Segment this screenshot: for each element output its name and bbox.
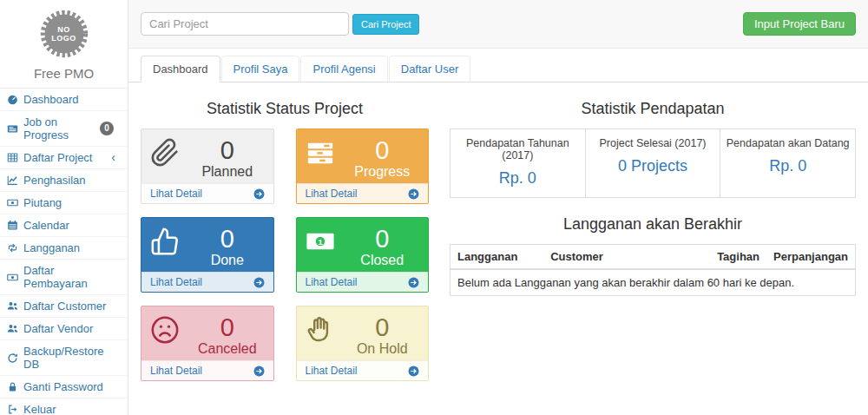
closed-detail-link[interactable]: Lihat Detail [306, 276, 358, 288]
column-perpanjangan: Perpanjangan [766, 245, 855, 270]
sidebar-item-penghasilan[interactable]: Penghasilan [0, 169, 128, 191]
no-logo-badge: NO LOGO [38, 8, 90, 60]
hand-paper-icon [306, 314, 345, 355]
chart-line-icon [7, 175, 18, 186]
sidebar-item-ganti-password[interactable]: Ganti Password [0, 376, 128, 398]
sidebar-item-label: Penghasilan [23, 174, 86, 187]
done-detail-link[interactable]: Lihat Detail [150, 276, 202, 288]
subscription-empty-message: Belum ada Langganan yang akan berakhir d… [450, 269, 856, 296]
sidebar-item-daftar-customer[interactable]: Daftar Customer [0, 295, 128, 317]
card-stats: 0 Closed [345, 226, 420, 267]
sign-out-icon [7, 404, 18, 415]
card-stats: 1 0 Closed [297, 218, 429, 272]
card-body: 0 Planned [141, 129, 273, 183]
tab-profil-saya[interactable]: Profil Saya [221, 56, 300, 82]
arrow-circle-right-icon[interactable] [253, 366, 265, 377]
sidebar-item-dashboard[interactable]: Dashboard [0, 89, 128, 110]
progress-count: 0 [345, 137, 420, 163]
column-langganan: Langganan [450, 245, 544, 270]
money-bill-icon: 1 [306, 226, 345, 267]
arrow-circle-right-icon[interactable] [408, 277, 419, 288]
done-label: Done [190, 252, 265, 268]
sidebar-item-piutang[interactable]: Piutang [0, 192, 128, 214]
sidebar-item-label: Daftar Vendor [23, 322, 93, 335]
new-project-button[interactable]: Input Project Baru [743, 12, 856, 36]
sidebar-item-label: Piutang [23, 196, 62, 209]
card-stats: 0 Done [190, 226, 265, 267]
sidebar: NO LOGO Free PMO Dashboard Job on Progre… [0, 0, 128, 415]
sidebar-item-label: Langganan [23, 241, 80, 254]
sidebar-item-daftar-vendor[interactable]: Daftar Vendor [0, 318, 128, 339]
paperclip-icon [150, 137, 190, 178]
arrow-circle-right-icon[interactable] [253, 277, 265, 288]
sidebar-item-langganan[interactable]: Langganan [0, 237, 128, 259]
logo-text: NO LOGO [49, 25, 80, 43]
retweet-icon [7, 242, 18, 254]
tab-daftar-user[interactable]: Daftar User [389, 56, 470, 82]
card-footer: Lihat Detail [297, 272, 429, 292]
stat-upcoming-income: Pendapatan akan Datang Rp. 0 [720, 129, 855, 197]
stat-finished-projects-value[interactable]: 0 Projects [618, 157, 687, 175]
closed-label: Closed [345, 252, 420, 268]
card-body: 0 On Hold [297, 306, 429, 360]
column-customer: Customer [543, 245, 710, 270]
stat-label: Pendapatan akan Datang [724, 137, 852, 149]
arrow-circle-right-icon[interactable] [408, 188, 419, 200]
brand-name: Free PMO [0, 66, 128, 81]
status-section: Statistik Status Project 0 Planned [141, 89, 429, 381]
on-hold-detail-link[interactable]: Lihat Detail [306, 365, 358, 377]
calendar-icon [7, 220, 18, 231]
sidebar-item-label: Dashboard [23, 93, 79, 106]
users-icon [7, 300, 18, 312]
card-body: 0 Done [141, 218, 273, 272]
sidebar-item-label: Calendar [23, 219, 69, 232]
card-footer: Lihat Detail [297, 360, 429, 380]
sidebar-item-keluar[interactable]: Keluar [0, 399, 128, 415]
sidebar-item-daftar-pembayaran[interactable]: Daftar Pembayaran [0, 260, 128, 294]
detail-link-label: Lihat Detail [306, 365, 358, 377]
search-input[interactable] [141, 12, 349, 36]
arrow-circle-right-icon[interactable] [253, 188, 265, 200]
income-section: Statistik Pendapatan Pendapatan Tahunan … [450, 89, 856, 381]
income-section-title: Statistik Pendapatan [450, 100, 856, 118]
sidebar-item-backup-restore[interactable]: Backup/Restore DB [0, 340, 128, 375]
tab-profil-agensi[interactable]: Profil Agensi [300, 56, 387, 82]
progress-detail-link[interactable]: Lihat Detail [306, 188, 358, 200]
stat-yearly-income: Pendapatan Tahunan (2017) Rp. 0 [450, 129, 585, 197]
sidebar-item-job-on-progress[interactable]: Job on Progress 0 [0, 111, 128, 146]
card-stats: 0 On Hold [345, 314, 420, 355]
detail-link-label: Lihat Detail [150, 188, 202, 200]
stat-yearly-income-value[interactable]: Rp. 0 [499, 169, 536, 188]
sidebar-item-label: Daftar Project [23, 151, 92, 164]
income-stats-row: Pendapatan Tahunan (2017) Rp. 0 Project … [450, 128, 856, 198]
canceled-detail-link[interactable]: Lihat Detail [150, 365, 202, 377]
sidebar-item-calendar[interactable]: Calendar [0, 214, 128, 236]
progress-label: Progress [345, 163, 420, 180]
detail-link-label: Lihat Detail [150, 365, 202, 377]
logo-box: NO LOGO Free PMO [0, 0, 128, 89]
main-area: Cari Project Input Project Baru Dashboar… [128, 0, 868, 415]
sidebar-item-daftar-project[interactable]: Daftar Project ‹ [0, 147, 128, 168]
search-button[interactable]: Cari Project [352, 14, 419, 35]
planned-detail-link[interactable]: Lihat Detail [150, 188, 202, 200]
sidebar-item-label: Keluar [23, 403, 56, 415]
status-section-title: Statistik Status Project [141, 100, 429, 118]
canceled-count: 0 [190, 314, 265, 340]
money-icon [7, 272, 18, 283]
dashboard-content: Statistik Status Project 0 Planned [128, 82, 868, 395]
subscription-section-title: Langganan akan Berakhir [450, 215, 856, 234]
arrow-circle-right-icon[interactable] [408, 366, 419, 377]
subscription-table-header: Langganan Customer Tagihan Perpanjangan [450, 245, 856, 270]
card-on-hold: 0 On Hold Lihat Detail [296, 306, 430, 381]
stat-upcoming-income-value[interactable]: Rp. 0 [769, 157, 806, 175]
dashboard-icon [7, 94, 18, 105]
canceled-label: Canceled [190, 340, 265, 357]
sidebar-item-label: Daftar Pembayaran [23, 264, 121, 290]
card-done: 0 Done Lihat Detail [141, 217, 274, 293]
stat-label: Pendapatan Tahunan (2017) [454, 137, 582, 161]
subscription-empty-row: Belum ada Langganan yang akan berakhir d… [450, 269, 856, 296]
card-body: 0 Canceled [141, 306, 273, 360]
on-hold-count: 0 [345, 314, 420, 340]
tab-bar: Dashboard Profil Saya Profil Agensi Daft… [128, 49, 868, 82]
tab-dashboard[interactable]: Dashboard [141, 56, 220, 82]
